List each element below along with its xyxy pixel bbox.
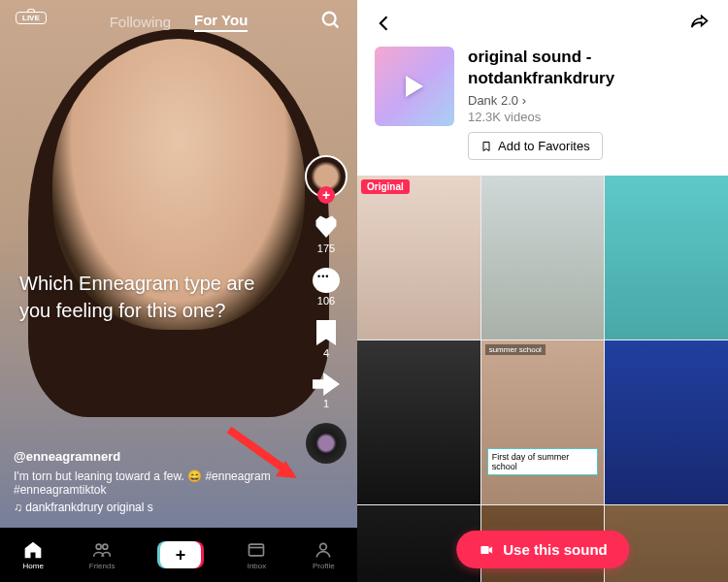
bookmark-icon xyxy=(316,320,336,345)
bookmark-count: 4 xyxy=(323,347,329,359)
svg-rect-8 xyxy=(480,545,488,553)
comment-count: 106 xyxy=(317,295,335,307)
svg-point-5 xyxy=(103,544,108,549)
feed-screen: LIVE Following For You Which Enneagram t… xyxy=(0,0,357,582)
add-favorites-button[interactable]: Add to Favorites xyxy=(468,132,603,160)
sound-screen: original sound - notdankfrankdrury Dank … xyxy=(357,0,728,582)
nav-inbox[interactable]: Inbox xyxy=(246,540,267,570)
svg-point-4 xyxy=(96,544,101,549)
bookmark-button[interactable]: 4 xyxy=(316,320,336,359)
video-meta: @enneagramnerd I'm torn but leaning towa… xyxy=(14,449,280,514)
add-favorites-label: Add to Favorites xyxy=(498,139,590,153)
like-button[interactable]: 175 xyxy=(312,211,341,254)
sound-video-count: 12.3K videos xyxy=(468,110,711,124)
video-grid: Original summer school First day of summ… xyxy=(357,176,728,582)
video-caption: Which Enneagram type are you feeling for… xyxy=(19,270,280,324)
tab-following[interactable]: Following xyxy=(110,14,171,30)
nav-profile-label: Profile xyxy=(313,562,335,570)
grid-cell[interactable] xyxy=(605,176,728,340)
top-tabs: Following For You xyxy=(0,12,357,32)
share-out-icon[interactable] xyxy=(689,14,711,33)
camera-icon xyxy=(478,543,495,557)
like-count: 175 xyxy=(317,242,335,254)
nav-create[interactable]: + xyxy=(160,541,201,568)
use-sound-label: Use this sound xyxy=(503,541,608,558)
back-icon[interactable] xyxy=(375,14,394,33)
grid-cell[interactable] xyxy=(357,340,480,504)
bookmark-outline-icon xyxy=(480,140,492,153)
comment-icon xyxy=(313,268,340,293)
username[interactable]: @enneagramnerd xyxy=(14,449,280,464)
grid-cell[interactable] xyxy=(605,340,728,504)
svg-point-7 xyxy=(320,543,327,550)
tab-for-you[interactable]: For You xyxy=(194,12,248,32)
sound-topbar xyxy=(357,0,728,47)
music-marquee[interactable]: ♫ dankfrankdrury original s xyxy=(14,501,280,514)
heart-icon xyxy=(312,211,341,241)
nav-inbox-label: Inbox xyxy=(248,562,267,570)
cell-caption: First day of summer school xyxy=(487,448,599,475)
share-button[interactable]: 1 xyxy=(313,372,340,409)
action-rail: + 175 106 4 1 xyxy=(305,155,347,464)
creator-avatar[interactable]: + xyxy=(305,155,347,198)
sound-info: original sound - notdankfrankdrury Dank … xyxy=(468,47,711,160)
bottom-nav: Home Friends + Inbox Profile xyxy=(0,528,357,582)
share-icon xyxy=(313,372,340,396)
nav-friends-label: Friends xyxy=(89,562,116,570)
use-sound-button[interactable]: Use this sound xyxy=(456,531,629,568)
nav-friends[interactable]: Friends xyxy=(89,540,116,570)
follow-plus-icon[interactable]: + xyxy=(317,186,335,204)
sound-disc[interactable] xyxy=(306,423,347,464)
original-badge: Original xyxy=(361,179,410,194)
nav-home[interactable]: Home xyxy=(22,540,44,570)
comment-button[interactable]: 106 xyxy=(313,268,340,307)
sound-title: original sound - notdankfrankdrury xyxy=(468,47,711,89)
nav-home-label: Home xyxy=(23,562,44,570)
grid-cell[interactable]: Original xyxy=(357,176,480,340)
share-count: 1 xyxy=(323,398,329,409)
play-icon xyxy=(406,76,423,97)
svg-rect-6 xyxy=(249,544,264,556)
grid-cell[interactable] xyxy=(481,176,605,340)
grid-cell[interactable]: summer school First day of summer school xyxy=(481,340,605,504)
nav-profile[interactable]: Profile xyxy=(313,540,335,570)
cell-overlay-text: summer school xyxy=(485,344,546,355)
video-description: I'm torn but leaning toward a few. 😄 #en… xyxy=(14,469,280,497)
sound-artist[interactable]: Dank 2.0 › xyxy=(468,93,711,108)
sound-artwork[interactable] xyxy=(375,47,454,126)
sound-header: original sound - notdankfrankdrury Dank … xyxy=(357,47,728,176)
